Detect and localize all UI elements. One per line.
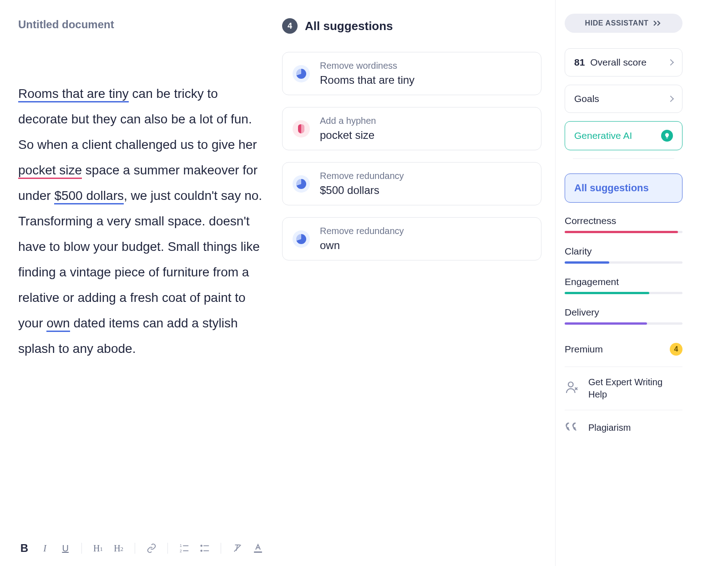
suggestion-type-label: Remove wordiness bbox=[320, 61, 415, 71]
suggestion-card[interactable]: Add a hyphen pocket size bbox=[282, 107, 541, 150]
generative-ai-card[interactable]: Generative AI bbox=[565, 121, 682, 150]
svg-text:2: 2 bbox=[179, 549, 182, 553]
suggestion-count-badge: 4 bbox=[282, 18, 298, 34]
lightbulb-icon bbox=[661, 130, 673, 142]
goals-label: Goals bbox=[574, 93, 599, 104]
generative-ai-label: Generative AI bbox=[574, 130, 632, 141]
suggestion-card[interactable]: Remove redundancy $500 dollars bbox=[282, 162, 541, 205]
svg-point-6 bbox=[201, 550, 202, 551]
category-engagement[interactable]: Engagement bbox=[565, 276, 682, 294]
suggestion-text: pocket size bbox=[320, 129, 376, 142]
category-label: Correctness bbox=[565, 215, 682, 226]
goals-card[interactable]: Goals bbox=[565, 85, 682, 113]
editor-text-area[interactable]: Rooms that are tiny can be tricky to dec… bbox=[18, 81, 264, 533]
suggestions-pane: 4 All suggestions Remove wordiness Rooms… bbox=[273, 0, 555, 566]
divider bbox=[573, 158, 674, 159]
correctness-icon bbox=[293, 120, 310, 138]
category-delivery[interactable]: Delivery bbox=[565, 307, 682, 325]
hide-assistant-button[interactable]: HIDE ASSISTANT bbox=[565, 14, 682, 33]
premium-row[interactable]: Premium 4 bbox=[565, 343, 682, 356]
premium-label: Premium bbox=[565, 344, 603, 355]
suggestion-text: own bbox=[320, 239, 404, 252]
hide-assistant-label: HIDE ASSISTANT bbox=[585, 19, 649, 27]
toolbar-separator bbox=[81, 543, 82, 554]
category-label: Clarity bbox=[565, 246, 682, 257]
svg-rect-9 bbox=[254, 551, 262, 553]
svg-point-10 bbox=[568, 382, 573, 387]
editor-pane: Untitled document Rooms that are tiny ca… bbox=[0, 0, 273, 566]
underline-clarity[interactable]: $500 dollars bbox=[54, 189, 124, 204]
clarity-icon bbox=[293, 175, 310, 193]
document-title[interactable]: Untitled document bbox=[18, 18, 264, 31]
toolbar-separator bbox=[167, 543, 168, 554]
suggestion-type-label: Remove redundancy bbox=[320, 226, 404, 236]
category-progress-bar bbox=[565, 322, 682, 325]
premium-count-badge: 4 bbox=[670, 343, 682, 356]
category-clarity[interactable]: Clarity bbox=[565, 246, 682, 264]
chevron-right-icon bbox=[667, 96, 674, 102]
underline-clarity[interactable]: Rooms that are tiny bbox=[18, 87, 129, 102]
numbered-list-icon: 12 bbox=[179, 543, 189, 553]
category-progress-bar bbox=[565, 231, 682, 233]
formatting-toolbar: B I U H1 H2 12 bbox=[18, 533, 264, 566]
svg-text:1: 1 bbox=[179, 544, 182, 548]
bullet-list-icon bbox=[200, 543, 210, 553]
category-progress-bar bbox=[565, 261, 682, 264]
overall-score-card[interactable]: 81 Overall score bbox=[565, 48, 682, 76]
link-icon bbox=[147, 543, 157, 553]
italic-button[interactable]: I bbox=[39, 541, 51, 555]
underline-correctness[interactable]: pocket size bbox=[18, 163, 82, 179]
bold-button[interactable]: B bbox=[18, 541, 30, 555]
editor-text-segment: , we just couldn't say no. Transforming … bbox=[18, 189, 262, 330]
svg-point-4 bbox=[201, 545, 202, 546]
chevron-right-icon bbox=[667, 59, 674, 66]
assistant-sidebar: HIDE ASSISTANT 81 Overall score Goals Ge… bbox=[555, 0, 692, 566]
suggestions-title: All suggestions bbox=[305, 19, 393, 33]
suggestion-card[interactable]: Remove redundancy own bbox=[282, 217, 541, 260]
plagiarism-link[interactable]: Plagiarism bbox=[565, 410, 682, 445]
suggestion-type-label: Remove redundancy bbox=[320, 171, 404, 181]
underline-button[interactable]: U bbox=[59, 541, 71, 555]
chevron-double-right-icon bbox=[653, 20, 662, 26]
link-button[interactable] bbox=[145, 541, 157, 555]
all-suggestions-filter[interactable]: All suggestions bbox=[565, 173, 682, 203]
person-icon bbox=[565, 380, 579, 397]
heading1-button[interactable]: H1 bbox=[92, 541, 104, 555]
heading2-button[interactable]: H2 bbox=[112, 541, 125, 555]
bullet-list-button[interactable] bbox=[198, 541, 211, 555]
underline-clarity[interactable]: own bbox=[46, 316, 70, 332]
suggestion-card[interactable]: Remove wordiness Rooms that are tiny bbox=[282, 52, 541, 95]
suggestion-type-label: Add a hyphen bbox=[320, 116, 376, 126]
overall-score-value: 81 bbox=[574, 57, 585, 67]
expert-help-label: Get Expert Writing Help bbox=[588, 376, 682, 401]
font-color-icon bbox=[253, 543, 263, 553]
suggestion-text: $500 dollars bbox=[320, 184, 404, 197]
category-label: Engagement bbox=[565, 276, 682, 287]
suggestions-header: 4 All suggestions bbox=[282, 18, 541, 34]
filter-all-label: All suggestions bbox=[574, 182, 649, 194]
clear-formatting-icon bbox=[233, 543, 243, 553]
plagiarism-label: Plagiarism bbox=[588, 422, 631, 434]
category-correctness[interactable]: Correctness bbox=[565, 215, 682, 233]
clear-formatting-button[interactable] bbox=[231, 541, 243, 555]
clarity-icon bbox=[293, 230, 310, 248]
toolbar-separator bbox=[221, 543, 221, 554]
category-progress-bar bbox=[565, 292, 682, 294]
toolbar-separator bbox=[135, 543, 135, 554]
expert-writing-help-link[interactable]: Get Expert Writing Help bbox=[565, 367, 682, 410]
category-label: Delivery bbox=[565, 307, 682, 318]
numbered-list-button[interactable]: 12 bbox=[178, 541, 190, 555]
overall-score-label: Overall score bbox=[590, 57, 647, 67]
clarity-icon bbox=[293, 65, 310, 82]
suggestion-text: Rooms that are tiny bbox=[320, 74, 415, 87]
font-color-button[interactable] bbox=[252, 541, 264, 555]
quote-icon bbox=[565, 419, 579, 436]
